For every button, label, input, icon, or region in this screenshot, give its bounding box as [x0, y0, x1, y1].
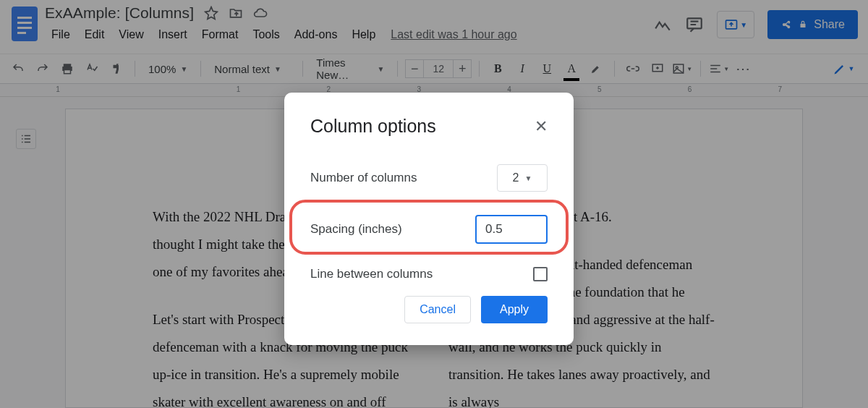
num-columns-label: Number of columns: [310, 171, 417, 185]
close-icon[interactable]: ✕: [535, 117, 548, 136]
line-between-checkbox[interactable]: [533, 267, 548, 281]
spacing-label: Spacing (inches): [310, 222, 402, 237]
spacing-input[interactable]: [475, 215, 548, 244]
cancel-button[interactable]: Cancel: [404, 296, 471, 323]
column-options-dialog: Column options ✕ Number of columns 2 ▼ S…: [284, 93, 574, 345]
line-between-label: Line between columns: [310, 267, 433, 281]
apply-button[interactable]: Apply: [481, 296, 548, 323]
num-columns-select[interactable]: 2 ▼: [497, 164, 548, 192]
chevron-down-icon: ▼: [525, 174, 532, 182]
dialog-title: Column options: [310, 116, 436, 137]
